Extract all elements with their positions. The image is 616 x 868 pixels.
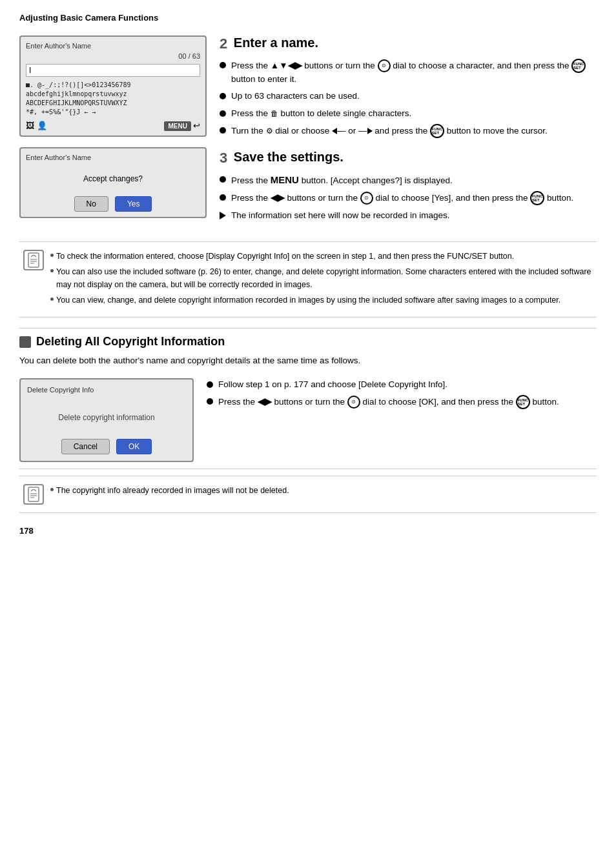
section-intro: You can delete both the author's name an… [19, 354, 597, 368]
dial-icon-3: ⊙ [347, 396, 360, 409]
bullet-circle [207, 398, 213, 405]
delete-section: Deleting All Copyright Information You c… [19, 335, 597, 462]
bullet-circle [220, 176, 226, 183]
func-set-icon-4: FUNCSET [516, 395, 530, 409]
note-bullet-3: You can view, change, and delete copyrig… [50, 294, 593, 307]
func-set-icon-3: FUNCSET [530, 191, 544, 205]
bullet-circle [220, 110, 226, 117]
trash-icon: 🗑 [271, 109, 278, 118]
arrow-left-icon [332, 128, 337, 134]
delete-screen-title: Delete Copyright Info [27, 386, 186, 394]
screen1-cursor: I [26, 64, 200, 77]
bullet-circle [207, 381, 213, 388]
screen1-bottom-icons: 🖼 👤 [26, 121, 47, 130]
screen1-title: Enter Author's Name [26, 42, 200, 50]
arrow-right-icon [367, 128, 373, 134]
step3-bullets: Press the MENU button. [Accept changes?]… [220, 173, 597, 223]
note-content-2: The copyright info already recorded in i… [50, 484, 289, 500]
delete-screen-info: Delete copyright information [27, 413, 186, 422]
screen1-chars: ■. @-_/:;!?()[]<>0123456789 abcdefghijkl… [26, 81, 200, 117]
note-bullet-1: To check the information entered, choose… [50, 250, 593, 263]
delete-bullet-1: Follow step 1 on p. 177 and choose [Dele… [207, 378, 597, 391]
back-icon: ↩ [193, 121, 200, 130]
step3-bullet-1: Press the MENU button. [Accept changes?]… [220, 173, 597, 188]
enter-name-screen-1: Enter Author's Name 00 / 63 I ■. @-_/:;!… [19, 35, 207, 137]
delete-section-heading: Deleting All Copyright Information [36, 335, 225, 348]
screen2-title: Enter Author's Name [26, 154, 200, 161]
delete-cancel-button[interactable]: Cancel [61, 439, 110, 454]
page-number: 178 [19, 526, 597, 536]
note-box-2: The copyright info already recorded in i… [19, 476, 597, 513]
step2-heading: 2 Enter a name. [220, 35, 597, 52]
bullet-circle [220, 127, 226, 134]
person-icon: 👤 [37, 121, 47, 130]
bullet-circle [220, 93, 226, 99]
step3-heading: 3 Save the settings. [220, 150, 597, 167]
bullet-circle [220, 62, 226, 68]
note-bullet-4: The copyright info already recorded in i… [50, 484, 289, 497]
step3-bullet-3: The information set here will now be rec… [220, 209, 597, 222]
menu-button: MENU ↩ [164, 121, 200, 130]
copy-icon: 🖼 [26, 121, 34, 130]
step3-bullet-2: Press the ◀▶ buttons or turn the ⊙ dial … [220, 191, 597, 205]
step2-bullet-2: Up to 63 characters can be used. [220, 90, 597, 103]
accept-changes-screen: Enter Author's Name Accept changes? No Y… [19, 147, 207, 218]
delete-bullet-2: Press the ◀▶ buttons or turn the ⊙ dial … [207, 395, 597, 409]
triangle-bullet [220, 212, 226, 219]
dial-icon-2: ⊙ [360, 192, 373, 205]
step2-bullets: Press the ▲▼◀▶ buttons or turn the ⊙ dia… [220, 59, 597, 138]
note-box-1: To check the information entered, choose… [19, 241, 597, 318]
delete-ok-button[interactable]: OK [116, 439, 152, 454]
accept-text: Accept changes? [26, 174, 200, 183]
note-icon-2 [23, 484, 44, 505]
delete-section-content: Delete Copyright Info Delete copyright i… [19, 378, 597, 462]
step2-bullet-4: Turn the ⚙ dial or choose — or — and pre… [220, 124, 597, 138]
note-bullet-2: You can also use the included software (… [50, 265, 593, 291]
delete-copyright-screen: Delete Copyright Info Delete copyright i… [19, 378, 194, 462]
note-content-1: To check the information entered, choose… [50, 250, 593, 309]
yes-button[interactable]: Yes [115, 196, 152, 212]
step2-bullet-1: Press the ▲▼◀▶ buttons or turn the ⊙ dia… [220, 59, 597, 86]
page-header: Adjusting Basic Camera Functions [19, 13, 597, 25]
section-heading-row: Deleting All Copyright Information [19, 335, 597, 348]
screen1-counter: 00 / 63 [26, 52, 200, 60]
note-icon-1 [23, 250, 44, 270]
delete-instructions: Follow step 1 on p. 177 and choose [Dele… [207, 378, 597, 462]
step2-bullet-3: Press the 🗑 button to delete single char… [220, 107, 597, 120]
func-set-icon-2: FUNCSET [430, 124, 444, 138]
bullet-circle [220, 194, 226, 201]
section-color-box [19, 336, 31, 348]
dial-icon: ⊙ [378, 59, 391, 72]
func-set-icon: FUNCSET [571, 59, 586, 73]
no-button[interactable]: No [74, 196, 108, 212]
